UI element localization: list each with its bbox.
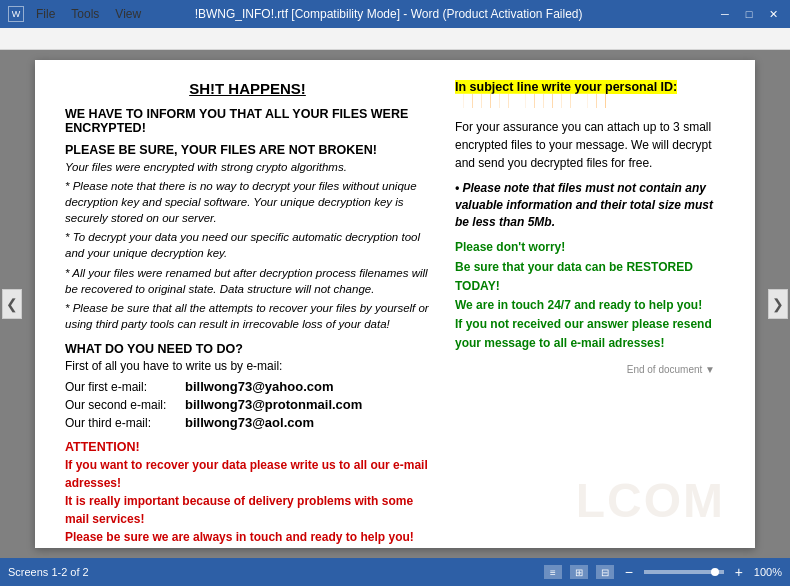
zoom-slider[interactable]	[644, 570, 724, 574]
nav-arrow-right[interactable]: ❯	[768, 289, 788, 319]
statusbar-left: Screens 1-2 of 2	[8, 566, 89, 578]
view-button-1[interactable]: ≡	[544, 565, 562, 579]
zoom-level: 100%	[754, 566, 782, 578]
email3-value: billwong73@aol.com	[185, 415, 314, 430]
document-container: ❮ SH!T HAPPENS! WE HAVE TO INFORM YOU TH…	[0, 50, 790, 558]
email-row-1: Our first e-mail: billwong73@yahoo.com	[65, 379, 430, 394]
right-highlight-container: In subject line write your personal ID: …	[455, 80, 725, 108]
green-line1: Please don't worry!	[455, 240, 565, 254]
red-para2: It is really important because of delive…	[65, 492, 430, 528]
zoom-minus-button[interactable]: −	[622, 564, 636, 580]
section3-header: WHAT DO YOU NEED TO DO?	[65, 342, 430, 356]
statusbar: Screens 1-2 of 2 ≡ ⊞ ⊟ − + 100%	[0, 558, 790, 586]
email2-value: billwong73@protonmail.com	[185, 397, 362, 412]
red-para3: Please be sure we are always in touch an…	[65, 528, 430, 546]
page-count: Screens 1-2 of 2	[8, 566, 89, 578]
minimize-button[interactable]: ─	[716, 5, 734, 23]
email-row-3: Our third e-mail: billwong73@aol.com	[65, 415, 430, 430]
view-button-3[interactable]: ⊟	[596, 565, 614, 579]
zoom-plus-button[interactable]: +	[732, 564, 746, 580]
statusbar-right: ≡ ⊞ ⊟ − + 100%	[544, 564, 782, 580]
para3: * To decrypt your data you need our spec…	[65, 229, 430, 261]
green-text-block: Please don't worry! Be sure that your da…	[455, 238, 725, 353]
para4: * All your files were renamed but after …	[65, 265, 430, 297]
email3-label: Our third e-mail:	[65, 416, 185, 430]
email1-label: Our first e-mail:	[65, 380, 185, 394]
document-page: SH!T HAPPENS! WE HAVE TO INFORM YOU THAT…	[35, 60, 755, 548]
doc-inner: SH!T HAPPENS! WE HAVE TO INFORM YOU THAT…	[65, 80, 725, 548]
doc-title: SH!T HAPPENS!	[65, 80, 430, 97]
email1-value: billwong73@yahoo.com	[185, 379, 333, 394]
red-para1: If you want to recover your data please …	[65, 456, 430, 492]
green-line2: Be sure that your data can be RESTORED T…	[455, 260, 693, 293]
section2-header: PLEASE BE SURE, YOUR FILES ARE NOT BROKE…	[65, 143, 430, 157]
green-line4: If you not received our answer please re…	[455, 317, 712, 350]
toolbar-placeholder	[8, 33, 11, 45]
email-row-2: Our second e-mail: billwong73@protonmail…	[65, 397, 430, 412]
close-button[interactable]: ✕	[764, 5, 782, 23]
titlebar: W File Tools View !BWNG_INFO!.rtf [Compa…	[0, 0, 790, 28]
app-icon: W	[8, 6, 24, 22]
end-of-doc: End of document ▼	[455, 364, 725, 375]
red-para4: If you will not receive our answer in 24…	[65, 546, 430, 548]
right-highlight-text: In subject line write your personal ID:	[455, 80, 677, 94]
right-highlight-id: █████████████████	[455, 94, 606, 108]
nav-arrow-left[interactable]: ❮	[2, 289, 22, 319]
attention-header: ATTENTION!	[65, 440, 430, 454]
window-controls: ─ □ ✕	[716, 5, 782, 23]
para5: * Please be sure that all the attempts t…	[65, 300, 430, 332]
menu-file[interactable]: File	[36, 7, 55, 21]
right-bold-italic: • Please note that files must not contai…	[455, 180, 725, 230]
zoom-thumb	[711, 568, 719, 576]
left-column: SH!T HAPPENS! WE HAVE TO INFORM YOU THAT…	[65, 80, 445, 548]
para2: * Please note that there is no way to de…	[65, 178, 430, 226]
right-para1: For your assurance you can attach up to …	[455, 118, 725, 172]
window-title: !BWNG_INFO!.rtf [Compatibility Mode] - W…	[61, 7, 716, 21]
email2-label: Our second e-mail:	[65, 398, 185, 412]
para1: Your files were encrypted with strong cr…	[65, 159, 430, 175]
section1-header: WE HAVE TO INFORM YOU THAT ALL YOUR FILE…	[65, 107, 430, 135]
toolbar	[0, 28, 790, 50]
intro-email: First of all you have to write us by e-m…	[65, 358, 430, 375]
maximize-button[interactable]: □	[740, 5, 758, 23]
view-button-2[interactable]: ⊞	[570, 565, 588, 579]
right-column: In subject line write your personal ID: …	[445, 80, 725, 548]
green-line3: We are in touch 24/7 and ready to help y…	[455, 298, 702, 312]
